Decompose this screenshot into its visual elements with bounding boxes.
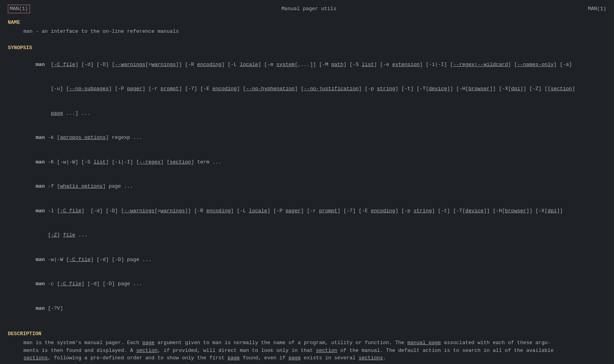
synopsis-line-2: [-u] [--no-subpages] [-P pager] [-r prom… (23, 78, 606, 101)
man-title-center: Manual pager utils (30, 5, 588, 13)
man-title-left: MAN(1) (8, 5, 30, 13)
description-heading: DESCRIPTION (8, 330, 606, 338)
section-name: NAME man - an interface to the on-line r… (8, 19, 606, 36)
synopsis-line-6: man -f [whatis options] page ... (23, 175, 606, 198)
synopsis-line-3: page ...] ... (23, 102, 606, 125)
synopsis-line-9: man -w|-W [-C file] [-d] [-D] page ... (23, 248, 606, 271)
section-description: DESCRIPTION man is the system's manual p… (8, 330, 606, 364)
section-synopsis: SYNOPSIS man [-C file] [-d] [-D] [--warn… (8, 44, 606, 320)
name-heading: NAME (8, 19, 606, 27)
synopsis-line-10: man -c [-C file] [-d] [-D] page ... (23, 273, 606, 296)
synopsis-line-4: man -k [apropos options] regexp ... (23, 126, 606, 149)
synopsis-heading: SYNOPSIS (8, 44, 606, 52)
synopsis-line-1: man [-C file] [-d] [-D] [--warnings[=war… (23, 53, 606, 76)
synopsis-line-5: man -K [-w|-W] [-S list] [-i|-I] [--rege… (23, 151, 606, 174)
synopsis-line-7: man -l [-C file] [-d] [-D] [--warnings[=… (23, 199, 606, 222)
man-title-right: MAN(1) (588, 5, 606, 13)
description-para-1: man is the system's manual pager. Each p… (23, 339, 606, 362)
header: MAN(1) Manual pager utils MAN(1) (8, 5, 606, 13)
synopsis-line-8: [-Z] file ... (23, 224, 606, 247)
synopsis-line-11: man [-?V] (23, 297, 606, 320)
name-content: man - an interface to the on-line refere… (23, 28, 606, 36)
